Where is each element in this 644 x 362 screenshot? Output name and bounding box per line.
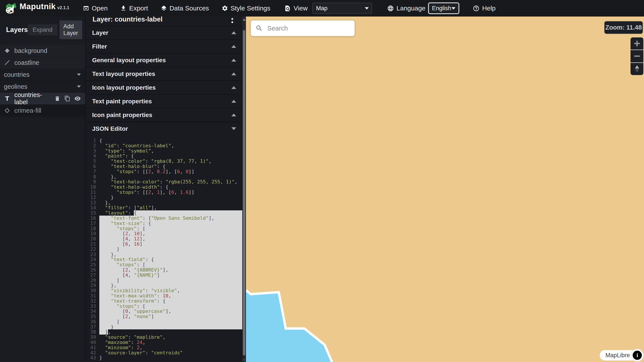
section-text-layout-properties[interactable]: Text layout properties	[86, 67, 243, 81]
code-line: 22 ]	[86, 247, 243, 252]
layer-item-crimea-fill[interactable]: crimea-fill	[0, 105, 85, 117]
panel-scrollbar[interactable]	[242, 17, 246, 362]
language-select[interactable]: English	[428, 3, 459, 14]
diamond-outline-icon	[4, 107, 11, 114]
layer-label: geolines	[4, 83, 77, 90]
code-line: 24 "text-field": {	[86, 257, 243, 262]
code-line: 30 "visibility": "visible",	[86, 288, 243, 293]
layers-header: Layers Expand Add Layer	[0, 17, 85, 41]
section-label: JSON Editor	[92, 125, 232, 132]
layer-label: countries-label	[14, 91, 54, 106]
open-icon	[83, 5, 89, 12]
export-icon	[120, 5, 127, 12]
chevron-down-icon	[452, 7, 456, 10]
globe-icon	[387, 5, 394, 12]
chevron-down-icon	[365, 7, 369, 10]
code-line: 43}	[86, 355, 243, 360]
expand-button[interactable]: Expand	[28, 24, 57, 36]
layer-item-coastline[interactable]: coastline	[0, 57, 85, 69]
layer-group-countries[interactable]: countries	[0, 69, 85, 81]
zoom-in-button[interactable]	[630, 37, 643, 50]
compass-icon	[635, 65, 639, 72]
land-area	[246, 17, 644, 362]
code-line: 20 [4, 12],	[86, 236, 243, 242]
scrollbar-thumb[interactable]	[243, 30, 245, 355]
section-layer[interactable]: Layer	[86, 26, 243, 39]
code-line: 38 },	[86, 329, 243, 335]
trash-icon[interactable]	[54, 95, 60, 102]
layer-label: countries	[4, 71, 77, 78]
chevron-down-icon[interactable]	[77, 86, 81, 88]
help-button[interactable]: Help	[473, 5, 496, 12]
duplicate-icon[interactable]	[64, 95, 70, 102]
app-title: Maputnik	[20, 2, 56, 11]
search-input[interactable]	[267, 24, 350, 32]
section-general-layout-properties[interactable]: General layout properties	[86, 53, 243, 67]
section-icon-layout-properties[interactable]: Icon layout properties	[86, 81, 243, 94]
code-line: 35 [2, "none"]	[86, 314, 243, 319]
menu-item-export[interactable]: Export	[120, 5, 148, 12]
search-icon	[256, 25, 263, 32]
layer-item-background[interactable]: background	[0, 45, 85, 57]
layer-list: backgroundcoastlinecountriesgeolinesTcou…	[0, 45, 85, 117]
menu-item-data-sources[interactable]: Data Sources	[160, 5, 209, 12]
layer-editor-title-row: Layer: countries-label	[86, 17, 243, 26]
scroll-up-arrow-icon[interactable]	[243, 19, 246, 21]
language-select-value: English	[432, 5, 451, 12]
brand: Maputnik v2.1.1	[4, 2, 69, 15]
compass-reset-button[interactable]	[630, 63, 643, 75]
code-line: 31 "text-max-width": 10,	[86, 293, 243, 298]
language-label: Language	[396, 5, 426, 12]
map-canvas[interactable]: Zoom: 11.48 MapLibre i	[246, 17, 644, 362]
kebab-menu-icon[interactable]	[232, 17, 233, 23]
info-icon[interactable]: i	[633, 351, 642, 360]
code-line: 1{	[86, 138, 243, 143]
section-icon-paint-properties[interactable]: Icon paint properties	[86, 108, 243, 122]
zoom-out-button[interactable]	[630, 50, 643, 62]
layer-group-geolines[interactable]: geolines	[0, 81, 85, 93]
json-editor[interactable]: 1{2 "id": "countries-label",3 "type": "s…	[86, 138, 243, 362]
code-line: 13 },	[86, 200, 243, 205]
code-line: 29 },	[86, 283, 243, 288]
section-json-editor[interactable]: JSON Editor	[86, 122, 243, 135]
menu-item-open[interactable]: Open	[83, 5, 108, 12]
basemap	[246, 17, 644, 362]
chevron-down-icon[interactable]	[77, 74, 81, 76]
layer-label: background	[14, 47, 47, 54]
section-label: Icon layout properties	[92, 84, 232, 91]
section-text-paint-properties[interactable]: Text paint properties	[86, 94, 243, 108]
attribution-text: MapLibre	[605, 352, 630, 359]
style-settings-icon	[222, 5, 228, 12]
code-line: 4 "paint": {	[86, 153, 243, 158]
code-line: 14 "filter": ["all"],	[86, 205, 243, 210]
section-label: General layout properties	[92, 57, 232, 64]
menu-item-style-settings[interactable]: Style Settings	[222, 5, 270, 12]
section-label: Layer	[92, 29, 232, 36]
code-line: 3 "type": "symbol",	[86, 148, 243, 154]
code-line: 32 "text-transform": {	[86, 298, 243, 304]
layer-item-countries-label[interactable]: Tcountries-label	[0, 93, 85, 105]
map-search-box	[251, 21, 354, 36]
chevron-up-icon	[232, 86, 236, 89]
section-filter[interactable]: Filter	[86, 39, 243, 53]
code-line: 16 "text-font": ["Open Sans Semibold"],	[86, 216, 243, 221]
language-group: Language English	[387, 3, 459, 14]
chevron-down-icon	[232, 127, 236, 130]
layer-editor-panel: Layer: countries-label LayerFilterGenera…	[85, 17, 243, 362]
scroll-down-arrow-icon[interactable]	[243, 359, 246, 361]
code-line: 36 ]	[86, 319, 243, 324]
app-version: v2.1.1	[57, 5, 69, 10]
code-line: 15 "layout": {	[86, 210, 243, 216]
code-line: 10 "text-halo-width": {	[86, 185, 243, 190]
code-line: 40 "maxzoom": 24,	[86, 340, 243, 345]
editor-sections: LayerFilterGeneral layout propertiesText…	[86, 26, 243, 135]
view-select[interactable]: Map	[312, 3, 372, 14]
zoom-level-badge: Zoom: 11.48	[604, 21, 643, 34]
view-icon	[284, 5, 291, 12]
code-line: 37 }	[86, 324, 243, 330]
add-layer-button[interactable]: Add Layer	[60, 21, 82, 39]
code-line: 28 ]	[86, 278, 243, 283]
chevron-up-icon	[232, 114, 236, 116]
eye-icon[interactable]	[74, 95, 81, 102]
code-line: 34 [0, "uppercase"],	[86, 309, 243, 314]
